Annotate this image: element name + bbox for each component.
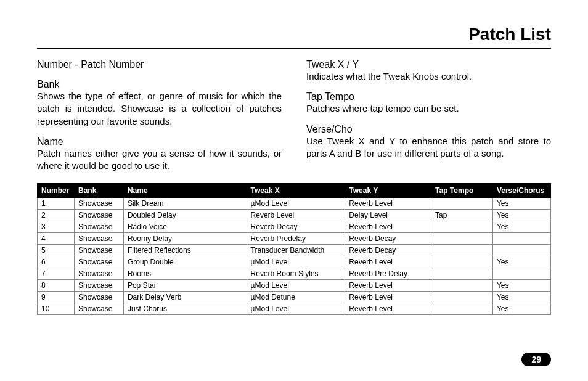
th-number: Number [38,184,75,198]
table-cell [431,303,493,315]
table-cell: µMod Level [247,280,345,292]
verse-heading: Verse/Cho [306,124,551,135]
right-column: Tweak X / Y Indicates what the Tweak Kno… [306,59,551,172]
table-cell: Yes [492,198,550,210]
table-cell [431,292,493,303]
table-cell: 6 [38,256,75,268]
table-cell: Just Chorus [123,303,247,315]
table-cell: Reverb Pre Delay [345,268,431,280]
table-cell: 5 [38,245,75,256]
table-cell: µMod Detune [247,292,345,303]
tweak-heading: Tweak X / Y [306,59,551,70]
table-row: 8ShowcasePop StarµMod LevelReverb LevelY… [38,280,551,292]
table-cell: Reverb Level [345,198,431,210]
tap-heading: Tap Tempo [306,91,551,102]
table-cell: µMod Level [247,303,345,315]
table-row: 1ShowcaseSilk DreamµMod LevelReverb Leve… [38,198,551,210]
table-cell [431,280,493,292]
table-cell: Reverb Level [247,210,345,221]
table-cell: Reverb Level [345,303,431,315]
table-cell: µMod Level [247,256,345,268]
table-cell: Dark Delay Verb [123,292,247,303]
table-cell: Yes [492,280,550,292]
table-cell: Showcase [74,303,123,315]
th-bank: Bank [74,184,123,198]
table-cell: Yes [492,256,550,268]
table-cell: Showcase [74,256,123,268]
table-cell: 9 [38,292,75,303]
table-cell: 10 [38,303,75,315]
table-cell: Rooms [123,268,247,280]
table-cell [431,256,493,268]
table-cell: Pop Star [123,280,247,292]
table-row: 9ShowcaseDark Delay VerbµMod DetuneRever… [38,292,551,303]
table-cell [431,198,493,210]
name-body: Patch names either give you a sense of h… [37,147,282,173]
table-cell: Reverb Level [345,280,431,292]
table-cell: 2 [38,210,75,221]
table-cell: Reverb Level [345,221,431,233]
table-row: 7ShowcaseRoomsReverb Room StylesReverb P… [38,268,551,280]
number-heading: Number - Patch Number [37,59,282,70]
table-cell: Doubled Delay [123,210,247,221]
table-cell: Reverb Predelay [247,233,345,245]
table-cell [431,221,493,233]
table-cell [431,233,493,245]
table-cell: Showcase [74,221,123,233]
table-cell: Reverb Level [345,256,431,268]
table-cell: Reverb Decay [345,245,431,256]
page-title: Patch List [37,25,551,44]
table-cell: Reverb Level [345,292,431,303]
table-cell: Showcase [74,210,123,221]
table-cell: 1 [38,198,75,210]
page-number: 29 [521,353,551,366]
title-rule [37,48,551,49]
table-cell [492,245,550,256]
table-cell [492,268,550,280]
table-cell: Reverb Room Styles [247,268,345,280]
table-cell [431,268,493,280]
table-row: 6ShowcaseGroup DoubleµMod LevelReverb Le… [38,256,551,268]
th-verse-chorus: Verse/Chorus [492,184,550,198]
table-cell [492,233,550,245]
table-cell: Yes [492,303,550,315]
table-cell: 7 [38,268,75,280]
table-row: 5ShowcaseFiltered ReflectionsTransducer … [38,245,551,256]
table-cell: 8 [38,280,75,292]
verse-body: Use Tweek X and Y to enhance this patch … [306,135,551,160]
table-row: 10ShowcaseJust ChorusµMod LevelReverb Le… [38,303,551,315]
table-cell: Reverb Decay [247,221,345,233]
table-row: 4ShowcaseRoomy DelayReverb PredelayRever… [38,233,551,245]
table-cell: Showcase [74,280,123,292]
table-cell: Roomy Delay [123,233,247,245]
table-cell: Delay Level [345,210,431,221]
th-tweak-x: Tweak X [247,184,345,198]
table-cell: Filtered Reflections [123,245,247,256]
table-cell: 4 [38,233,75,245]
tap-body: Patches where tap tempo can be set. [306,102,551,115]
table-cell: µMod Level [247,198,345,210]
table-row: 2ShowcaseDoubled DelayReverb LevelDelay … [38,210,551,221]
name-heading: Name [37,136,282,147]
table-cell: Showcase [74,245,123,256]
table-cell: Yes [492,221,550,233]
table-cell: 3 [38,221,75,233]
bank-heading: Bank [37,79,282,90]
tweak-body: Indicates what the Tweak Knobs control. [306,70,551,83]
patch-table: Number Bank Name Tweak X Tweak Y Tap Tem… [37,183,551,315]
table-cell: Showcase [74,233,123,245]
table-cell: Yes [492,292,550,303]
table-cell: Reverb Decay [345,233,431,245]
table-cell: Radio Voice [123,221,247,233]
left-column: Number - Patch Number Bank Shows the typ… [37,59,282,172]
table-cell: Tap [431,210,493,221]
table-cell: Silk Dream [123,198,247,210]
table-header: Number Bank Name Tweak X Tweak Y Tap Tem… [38,184,551,198]
table-cell: Yes [492,210,550,221]
table-row: 3ShowcaseRadio VoiceReverb DecayReverb L… [38,221,551,233]
table-body: 1ShowcaseSilk DreamµMod LevelReverb Leve… [38,198,551,315]
table-cell: Showcase [74,268,123,280]
table-cell: Transducer Bandwidth [247,245,345,256]
table-cell: Showcase [74,198,123,210]
th-tap-tempo: Tap Tempo [431,184,493,198]
